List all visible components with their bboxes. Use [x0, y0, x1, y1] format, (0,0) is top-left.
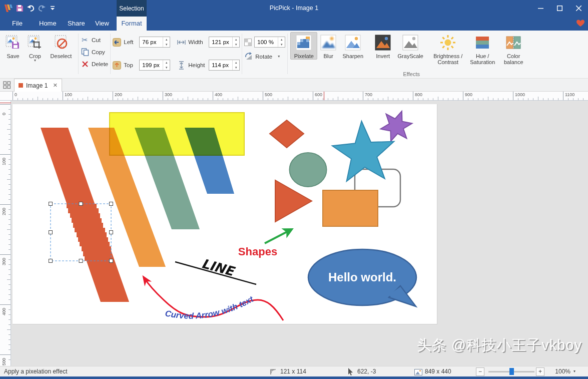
hue-saturation-button[interactable]: Hue / Saturation — [465, 32, 499, 66]
top-input[interactable] — [140, 60, 163, 70]
color-balance-button[interactable]: Color balance — [500, 32, 526, 66]
invert-icon — [374, 34, 391, 51]
grayscale-button[interactable]: GrayScale — [395, 32, 426, 60]
top-spinbox: ▲▼ — [139, 60, 170, 71]
save-button[interactable]: Save — [3, 32, 24, 60]
tab-share[interactable]: Share — [62, 17, 91, 31]
maximize-button[interactable] — [550, 0, 569, 17]
tab-file[interactable]: File — [6, 17, 29, 31]
zoom-out-button[interactable]: − — [476, 367, 484, 376]
top-label: Top — [124, 62, 137, 68]
height-icon — [177, 61, 186, 70]
rotate-dropdown-caret: ▾ — [278, 55, 280, 58]
invert-button[interactable]: Invert — [372, 32, 394, 60]
group-clipboard: ✂ Cut Copy Delete — [81, 32, 108, 78]
zoom-in-button[interactable]: + — [536, 367, 544, 376]
rotate-button[interactable]: Rotate ▾ — [244, 52, 280, 61]
tab-view[interactable]: View — [89, 17, 115, 31]
zoom-slider-thumb[interactable] — [509, 368, 514, 375]
effects-group-label: Effects — [290, 71, 533, 77]
sharpen-label: Sharpen — [342, 53, 363, 59]
redo-icon[interactable] — [36, 3, 47, 13]
title-bar: PicPick - Image 1 Selection — [0, 0, 588, 17]
height-field-row: Height ▲▼ — [177, 60, 240, 71]
watermark-text: 头条 @科技小王子vkboy — [417, 335, 582, 355]
blur-label: Blur — [323, 53, 333, 59]
minimize-button[interactable] — [531, 0, 550, 17]
left-input[interactable] — [140, 37, 163, 47]
tab-format[interactable]: Format — [117, 17, 147, 31]
height-label: Height — [188, 62, 206, 68]
heart-icon[interactable] — [576, 19, 585, 29]
delete-button[interactable]: Delete — [81, 59, 108, 69]
rotate-label: Rotate — [255, 54, 272, 60]
deselect-icon — [53, 34, 70, 51]
orange-rect-shape — [323, 190, 378, 226]
zoom-level-value: 100% — [549, 366, 570, 376]
zoom-slider-track[interactable] — [488, 371, 534, 372]
horizontal-ruler: 010020030040050060070080090010001100 — [0, 92, 588, 101]
deselect-button[interactable]: Deselect — [47, 32, 76, 60]
selection-size-value: 121 x 114 — [280, 366, 306, 376]
close-button[interactable] — [569, 0, 588, 17]
pixelate-button[interactable]: Pixelate — [290, 32, 317, 60]
ribbon: Save Crop ▾ Deselect ✂ Cut — [0, 31, 588, 79]
width-input[interactable] — [209, 37, 232, 47]
hue-saturation-label: Hue / Saturation — [466, 53, 499, 65]
save-label: Save — [7, 53, 19, 59]
left-spinner[interactable]: ▲▼ — [163, 37, 170, 47]
scale-input[interactable] — [255, 37, 278, 47]
curved-arrow-label: Curved Arrow with text — [164, 294, 256, 320]
tab-home[interactable]: Home — [33, 17, 63, 31]
vertical-ruler: 0100200300400500 — [0, 101, 11, 366]
tab-list-grid-icon[interactable] — [3, 81, 11, 91]
highlight-rectangle — [110, 113, 244, 155]
canvas[interactable]: Shapes LINE Curved Arrow with text Hello… — [13, 104, 437, 324]
group-effects: Pixelate Blur Sharpen Invert — [290, 32, 533, 78]
grayscale-label: GrayScale — [398, 53, 423, 59]
workspace: 0100200300400500 — [0, 101, 588, 366]
left-label: Left — [124, 39, 137, 45]
brightness-contrast-icon — [439, 34, 456, 51]
picpick-logo-icon — [3, 3, 14, 13]
zoom-dropdown-caret[interactable]: ▾ — [573, 366, 575, 376]
doc-tab-close-icon[interactable]: ✕ — [53, 82, 58, 89]
ruler-cursor-marker-h — [324, 92, 324, 101]
left-icon — [113, 38, 121, 47]
doc-tab-image1[interactable]: Image 1 ✕ — [14, 79, 62, 92]
line-label: LINE — [200, 256, 237, 279]
height-spinbox: ▲▼ — [209, 60, 240, 71]
document-tab-strip: Image 1 ✕ — [0, 79, 588, 92]
brightness-contrast-button[interactable]: Brightness / Contrast — [431, 32, 464, 66]
left-spinbox: ▲▼ — [139, 37, 170, 48]
cursor-position-value: 622, -3 — [357, 366, 376, 376]
scale-row: ▲▼ — [244, 37, 285, 48]
scale-spinner[interactable]: ▲▼ — [278, 37, 285, 47]
deselect-label: Deselect — [51, 53, 72, 59]
save-quick-icon[interactable] — [14, 3, 25, 13]
canvas-drawing: Shapes LINE Curved Arrow with text Hello… — [13, 104, 437, 324]
height-input[interactable] — [209, 60, 232, 70]
circle-shape — [290, 153, 327, 187]
pixelate-icon — [295, 34, 312, 51]
width-icon — [177, 38, 186, 47]
image-size-icon — [414, 368, 422, 378]
copy-button[interactable]: Copy — [81, 47, 105, 57]
undo-icon[interactable] — [25, 3, 36, 13]
cut-button[interactable]: ✂ Cut — [81, 35, 101, 45]
crop-button[interactable]: Crop ▾ — [25, 32, 46, 63]
width-spinner[interactable]: ▲▼ — [232, 37, 239, 47]
height-spinner[interactable]: ▲▼ — [232, 60, 239, 70]
doc-tab-label: Image 1 — [26, 82, 50, 89]
doc-tab-icon — [19, 83, 23, 88]
blur-button[interactable]: Blur — [318, 32, 338, 60]
invert-label: Invert — [376, 53, 390, 59]
brightness-contrast-label: Brightness / Contrast — [432, 53, 464, 65]
rotate-icon — [244, 52, 253, 61]
customize-qat-icon[interactable] — [47, 3, 58, 13]
status-bar: Apply a pixelation effect 121 x 114 622,… — [0, 366, 588, 379]
sharpen-button[interactable]: Sharpen — [339, 32, 366, 60]
ruler-cursor-marker-v — [0, 103, 11, 103]
top-spinner[interactable]: ▲▼ — [163, 60, 170, 70]
blur-icon — [320, 34, 337, 51]
